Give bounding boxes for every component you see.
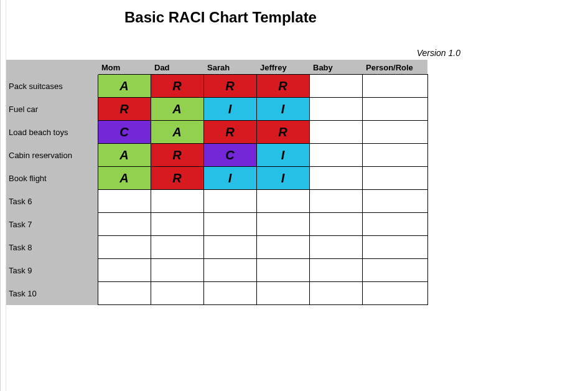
task-name[interactable]: Task 10 xyxy=(6,282,98,305)
raci-cell[interactable] xyxy=(309,144,362,167)
raci-cell[interactable] xyxy=(362,259,427,282)
task-name[interactable]: Pack suitcases xyxy=(6,75,98,98)
raci-cell[interactable]: A xyxy=(98,144,151,167)
table-row: Task 9 xyxy=(6,259,427,282)
raci-cell[interactable] xyxy=(256,282,309,305)
raci-cell[interactable] xyxy=(309,98,362,121)
raci-template: Basic RACI Chart Template Version 1.0 Mo… xyxy=(6,0,585,305)
raci-cell[interactable]: I xyxy=(203,98,256,121)
raci-cell[interactable]: R xyxy=(151,144,203,167)
raci-cell[interactable]: I xyxy=(256,167,309,190)
task-name[interactable]: Book flight xyxy=(6,167,98,190)
raci-cell[interactable]: C xyxy=(98,121,151,144)
raci-cell[interactable] xyxy=(362,121,427,144)
table-row: Load beach toysCARR xyxy=(6,121,427,144)
header-col-3[interactable]: Jeffrey xyxy=(256,60,309,75)
raci-cell[interactable] xyxy=(362,167,427,190)
raci-cell[interactable] xyxy=(98,190,151,213)
table-row: Book flightARII xyxy=(6,167,427,190)
raci-cell[interactable] xyxy=(309,213,362,236)
raci-cell[interactable] xyxy=(309,236,362,259)
raci-cell[interactable]: R xyxy=(203,75,256,98)
raci-cell[interactable] xyxy=(309,167,362,190)
raci-body: Pack suitcasesARRRFuel carRAIILoad beach… xyxy=(6,75,427,305)
raci-cell[interactable] xyxy=(362,236,427,259)
raci-cell[interactable] xyxy=(98,282,151,305)
raci-cell[interactable] xyxy=(256,259,309,282)
raci-cell[interactable]: I xyxy=(256,144,309,167)
raci-cell[interactable] xyxy=(362,282,427,305)
raci-cell[interactable]: A xyxy=(98,75,151,98)
raci-cell[interactable]: A xyxy=(151,121,203,144)
raci-cell[interactable] xyxy=(309,75,362,98)
raci-table: Mom Dad Sarah Jeffrey Baby Person/Role P… xyxy=(6,60,428,305)
raci-cell[interactable] xyxy=(309,190,362,213)
raci-cell[interactable] xyxy=(151,259,203,282)
raci-cell[interactable]: A xyxy=(151,98,203,121)
raci-cell[interactable] xyxy=(151,282,203,305)
page-title: Basic RACI Chart Template xyxy=(6,0,585,46)
raci-cell[interactable]: I xyxy=(203,167,256,190)
table-row: Pack suitcasesARRR xyxy=(6,75,427,98)
raci-cell[interactable]: R xyxy=(203,121,256,144)
header-col-2[interactable]: Sarah xyxy=(203,60,256,75)
task-name[interactable]: Task 9 xyxy=(6,259,98,282)
table-row: Task 7 xyxy=(6,213,427,236)
raci-cell[interactable] xyxy=(256,213,309,236)
raci-cell[interactable]: R xyxy=(98,98,151,121)
raci-cell[interactable] xyxy=(203,282,256,305)
raci-cell[interactable] xyxy=(309,282,362,305)
raci-cell[interactable]: C xyxy=(203,144,256,167)
raci-cell[interactable] xyxy=(203,213,256,236)
raci-cell[interactable]: R xyxy=(256,121,309,144)
raci-cell[interactable] xyxy=(362,190,427,213)
raci-cell[interactable] xyxy=(362,98,427,121)
header-col-4[interactable]: Baby xyxy=(309,60,362,75)
raci-cell[interactable] xyxy=(151,213,203,236)
raci-cell[interactable] xyxy=(98,259,151,282)
raci-cell[interactable] xyxy=(203,259,256,282)
raci-cell[interactable] xyxy=(98,236,151,259)
version-label: Version 1.0 xyxy=(6,46,585,60)
raci-cell[interactable] xyxy=(203,236,256,259)
raci-cell[interactable] xyxy=(362,213,427,236)
header-col-5[interactable]: Person/Role xyxy=(362,60,427,75)
header-blank xyxy=(6,60,98,75)
task-name[interactable]: Task 7 xyxy=(6,213,98,236)
raci-cell[interactable] xyxy=(309,121,362,144)
raci-cell[interactable]: R xyxy=(151,167,203,190)
task-name[interactable]: Task 6 xyxy=(6,190,98,213)
task-name[interactable]: Task 8 xyxy=(6,236,98,259)
table-row: Cabin reservationARCI xyxy=(6,144,427,167)
table-row: Task 8 xyxy=(6,236,427,259)
raci-cell[interactable]: I xyxy=(256,98,309,121)
raci-cell[interactable] xyxy=(98,213,151,236)
header-col-0[interactable]: Mom xyxy=(98,60,151,75)
table-row: Task 10 xyxy=(6,282,427,305)
raci-cell[interactable] xyxy=(203,190,256,213)
table-row: Task 6 xyxy=(6,190,427,213)
task-name[interactable]: Fuel car xyxy=(6,98,98,121)
raci-cell[interactable] xyxy=(151,236,203,259)
raci-cell[interactable]: A xyxy=(98,167,151,190)
task-name[interactable]: Load beach toys xyxy=(6,121,98,144)
header-row: Mom Dad Sarah Jeffrey Baby Person/Role xyxy=(6,60,427,75)
raci-cell[interactable]: R xyxy=(151,75,203,98)
raci-cell[interactable] xyxy=(256,190,309,213)
raci-cell[interactable] xyxy=(151,190,203,213)
header-col-1[interactable]: Dad xyxy=(151,60,203,75)
raci-cell[interactable] xyxy=(256,236,309,259)
raci-cell[interactable]: R xyxy=(256,75,309,98)
raci-cell[interactable] xyxy=(362,144,427,167)
raci-cell[interactable] xyxy=(362,75,427,98)
raci-cell[interactable] xyxy=(309,259,362,282)
task-name[interactable]: Cabin reservation xyxy=(6,144,98,167)
table-row: Fuel carRAII xyxy=(6,98,427,121)
